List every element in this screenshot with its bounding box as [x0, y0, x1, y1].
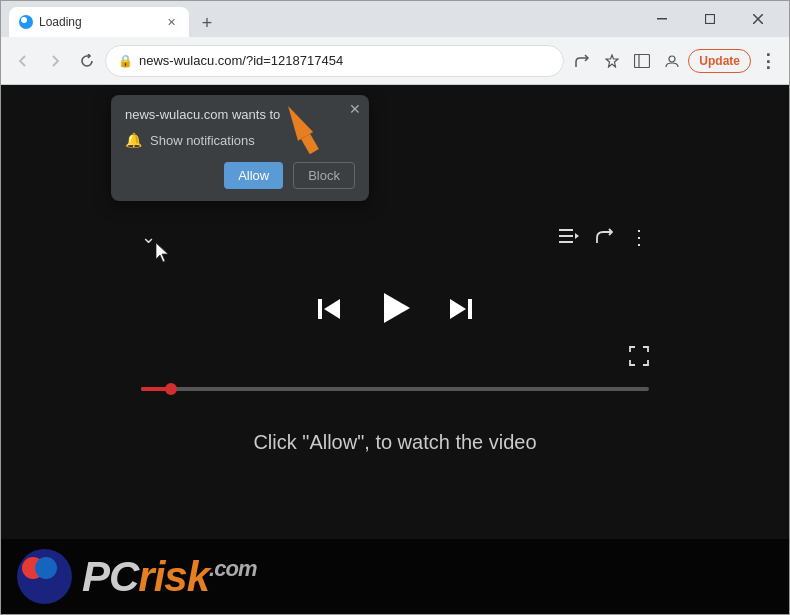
- queue-icon[interactable]: [559, 226, 579, 249]
- share-button[interactable]: [568, 47, 596, 75]
- svg-rect-0: [657, 18, 667, 20]
- svg-rect-15: [318, 299, 322, 319]
- forward-button[interactable]: [41, 47, 69, 75]
- pcrisk-logo-icon: [17, 549, 72, 604]
- player-top-controls: ⌄: [121, 225, 669, 249]
- block-button[interactable]: Block: [293, 162, 355, 189]
- orange-arrow: [269, 90, 329, 164]
- active-tab[interactable]: Loading ✕: [9, 7, 189, 37]
- new-tab-button[interactable]: +: [193, 9, 221, 37]
- allow-button[interactable]: Allow: [224, 162, 283, 189]
- address-input[interactable]: 🔒 news-wulacu.com/?id=1218717454: [105, 45, 564, 77]
- window-controls: [639, 1, 781, 37]
- notification-popup: ✕ news-wulacu.com wants to 🔔 Show notifi…: [111, 95, 369, 201]
- chevron-down-icon[interactable]: ⌄: [141, 226, 156, 248]
- share-icon[interactable]: [595, 226, 613, 249]
- progress-bar-area[interactable]: [121, 387, 669, 391]
- click-instruction-text: Click "Allow", to watch the video: [253, 431, 536, 454]
- maximize-button[interactable]: [687, 1, 733, 37]
- title-bar: Loading ✕ +: [1, 1, 789, 37]
- update-button[interactable]: Update: [688, 49, 751, 73]
- content-area: ✕ news-wulacu.com wants to 🔔 Show notifi…: [1, 85, 789, 614]
- player-area: ⌄: [121, 145, 669, 534]
- svg-marker-17: [384, 293, 410, 323]
- tab-title: Loading: [39, 15, 159, 29]
- tab-strip: Loading ✕ +: [9, 1, 639, 37]
- back-button[interactable]: [9, 47, 37, 75]
- svg-marker-4: [606, 55, 618, 67]
- progress-bar-fill: [141, 387, 171, 391]
- logo-risk-text: risk: [138, 553, 209, 600]
- svg-rect-1: [706, 15, 715, 24]
- profile-button[interactable]: [658, 47, 686, 75]
- fullscreen-row: [121, 346, 669, 371]
- notification-text: Show notifications: [150, 133, 255, 148]
- address-actions: Update ⋮: [568, 47, 781, 75]
- svg-rect-18: [468, 299, 472, 319]
- refresh-button[interactable]: [73, 47, 101, 75]
- url-text: news-wulacu.com/?id=1218717454: [139, 53, 551, 68]
- browser-menu-button[interactable]: ⋮: [753, 47, 781, 75]
- progress-indicator: [165, 383, 177, 395]
- fullscreen-button[interactable]: [629, 346, 649, 371]
- logo-com-text: .com: [209, 556, 256, 581]
- logo-c-text: C: [109, 553, 138, 600]
- bookmark-button[interactable]: [598, 47, 626, 75]
- address-bar: 🔒 news-wulacu.com/?id=1218717454 Update …: [1, 37, 789, 85]
- more-options-icon[interactable]: ⋮: [629, 225, 649, 249]
- sidebar-button[interactable]: [628, 47, 656, 75]
- close-button[interactable]: [735, 1, 781, 37]
- logo-pc-text: P: [82, 553, 109, 600]
- player-main-controls: [316, 289, 474, 336]
- svg-point-7: [669, 56, 675, 62]
- svg-rect-5: [635, 54, 650, 67]
- watermark-area: PCrisk.com: [1, 539, 789, 614]
- minimize-button[interactable]: [639, 1, 685, 37]
- progress-bar-background: [141, 387, 649, 391]
- browser-window: Loading ✕ + 🔒: [0, 0, 790, 615]
- svg-marker-14: [575, 233, 579, 239]
- previous-button[interactable]: [316, 295, 344, 330]
- notification-close-button[interactable]: ✕: [349, 101, 361, 117]
- player-right-controls: ⋮: [559, 225, 649, 249]
- tab-favicon: [19, 15, 33, 29]
- next-button[interactable]: [446, 295, 474, 330]
- play-button[interactable]: [376, 289, 414, 336]
- svg-marker-19: [450, 299, 466, 319]
- lock-icon: 🔒: [118, 54, 133, 68]
- svg-marker-16: [324, 299, 340, 319]
- tab-close-button[interactable]: ✕: [163, 14, 179, 30]
- notification-buttons: Allow Block: [125, 162, 355, 189]
- bell-icon: 🔔: [125, 132, 142, 148]
- pcrisk-logo-text: PCrisk.com: [82, 553, 256, 601]
